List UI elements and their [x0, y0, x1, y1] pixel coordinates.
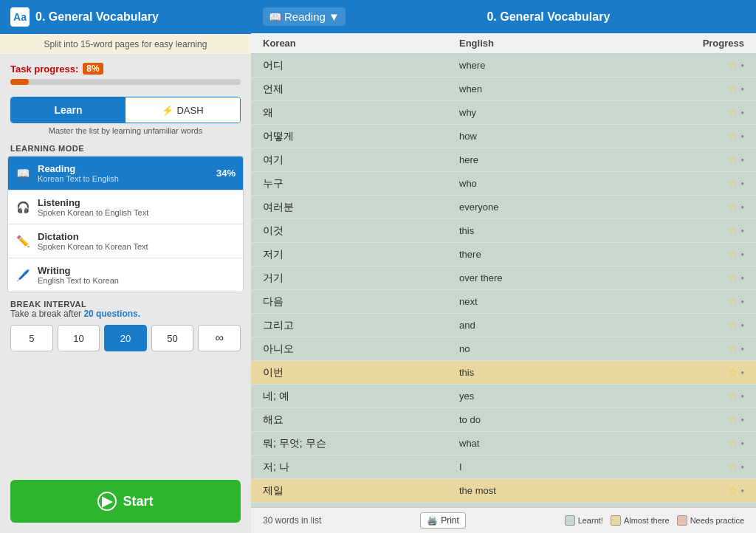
table-row[interactable]: 여기here☆●	[251, 148, 756, 172]
mode-item-dictation[interactable]: ✏️ Dictation Spoken Korean to Korean Tex…	[8, 224, 243, 258]
vocab-english: who	[459, 178, 656, 189]
print-icon: 🖨️	[427, 515, 438, 526]
table-row[interactable]: 저; 나I☆●	[251, 455, 756, 479]
vocab-progress: ☆●	[656, 484, 744, 498]
start-button[interactable]: ▶ Start	[10, 480, 241, 523]
vocab-english: here	[459, 154, 656, 165]
star-icon: ☆	[728, 59, 738, 72]
vocab-english: this	[459, 225, 656, 236]
vocab-progress: ☆●	[656, 413, 744, 427]
break-btn-infinity[interactable]: ∞	[198, 325, 241, 351]
table-row[interactable]: 어디where☆●	[251, 54, 756, 78]
star-icon: ☆	[728, 295, 738, 309]
dot-icon: ●	[740, 416, 744, 423]
mode-listening-sub: Spoken Korean to English Text	[38, 208, 236, 217]
table-row[interactable]: 제일the most☆●	[251, 479, 756, 503]
legend-needs-box	[677, 515, 687, 526]
print-button[interactable]: 🖨️ Print	[420, 512, 466, 529]
vocab-english: how	[459, 131, 656, 142]
reading-icon: 📖	[16, 167, 30, 180]
mode-listening-name: Listening	[38, 197, 236, 208]
dot-icon: ●	[740, 62, 744, 69]
dot-icon: ●	[740, 109, 744, 116]
table-row[interactable]: 왜why☆●	[251, 101, 756, 125]
vocab-korean: 누구	[263, 177, 459, 190]
reading-label: Reading	[284, 10, 326, 23]
table-row[interactable]: 어떻게how☆●	[251, 125, 756, 148]
vocab-korean: 거기	[263, 272, 459, 285]
table-row[interactable]: 언제when☆●	[251, 78, 756, 101]
break-btn-10[interactable]: 10	[58, 325, 100, 351]
star-icon: ☆	[728, 177, 738, 190]
star-icon: ☆	[728, 413, 738, 427]
table-row[interactable]: 저기there☆●	[251, 243, 756, 266]
break-btn-20[interactable]: 20	[104, 325, 147, 351]
star-icon: ☆	[728, 390, 738, 403]
dot-icon: ●	[740, 440, 744, 447]
chevron-down-icon: ▼	[329, 10, 340, 23]
dot-icon: ●	[740, 322, 744, 329]
mode-reading-sub: Korean Text to English	[38, 174, 209, 183]
table-row[interactable]: 이것this☆●	[251, 219, 756, 243]
legend-almost: Almost there	[611, 515, 670, 526]
mode-item-listening[interactable]: 🎧 Listening Spoken Korean to English Tex…	[8, 190, 243, 224]
vocab-korean: 그리고	[263, 319, 459, 332]
right-header-title: 0. General Vocabulary	[353, 10, 744, 24]
task-progress-badge: 8%	[83, 63, 103, 75]
dot-icon: ●	[740, 251, 744, 258]
table-header: Korean English Progress	[251, 33, 756, 54]
vocab-progress: ☆●	[656, 83, 744, 96]
dash-button[interactable]: ⚡ DASH	[126, 97, 240, 123]
table-row[interactable]: 다음next☆●	[251, 290, 756, 314]
dot-icon: ●	[740, 393, 744, 399]
vocab-korean: 다음	[263, 295, 459, 309]
table-row[interactable]: 거기over there☆●	[251, 266, 756, 290]
mode-reading-name: Reading	[38, 163, 209, 174]
mode-buttons: Learn ⚡ DASH	[10, 97, 241, 123]
legend: Learnt! Almost there Needs practice	[565, 515, 744, 526]
dot-icon: ●	[740, 86, 744, 92]
mode-item-reading[interactable]: 📖 Reading Korean Text to English 34%	[8, 157, 243, 190]
vocab-english: what	[459, 438, 656, 449]
vocab-korean: 아니오	[263, 343, 459, 356]
vocab-english: this	[459, 367, 656, 378]
vocab-icon: Aa	[10, 7, 30, 27]
star-icon: ☆	[728, 201, 738, 214]
vocab-progress: ☆●	[656, 366, 744, 379]
table-row[interactable]: 아니오no☆●	[251, 337, 756, 361]
table-row[interactable]: 뭐; 무엇; 무슨what☆●	[251, 432, 756, 455]
legend-almost-box	[611, 515, 621, 526]
mode-dictation-sub: Spoken Korean to Korean Text	[38, 242, 236, 251]
vocab-progress: ☆●	[656, 106, 744, 120]
break-btn-5[interactable]: 5	[10, 325, 53, 351]
star-icon: ☆	[728, 83, 738, 96]
vocab-progress: ☆●	[656, 177, 744, 190]
star-icon: ☆	[728, 461, 738, 474]
learn-button[interactable]: Learn	[11, 97, 126, 123]
vocab-english: I	[459, 461, 656, 472]
vocab-english: everyone	[459, 202, 656, 213]
legend-learnt: Learnt!	[565, 515, 603, 526]
vocab-progress: ☆●	[656, 319, 744, 332]
table-row[interactable]: 누구who☆●	[251, 172, 756, 196]
break-btn-50[interactable]: 50	[151, 325, 194, 351]
table-row[interactable]: 네; 예yes☆●	[251, 385, 756, 408]
dot-icon: ●	[740, 204, 744, 210]
left-panel: Aa 0. General Vocabulary Split into 15-w…	[0, 0, 251, 533]
mode-item-writing[interactable]: 🖊️ Writing English Text to Korean	[8, 258, 243, 292]
break-subtitle: Take a break after 20 questions.	[10, 309, 241, 319]
table-row[interactable]: 해요to do☆●	[251, 408, 756, 432]
col-progress: Progress	[656, 38, 744, 49]
table-row[interactable]: 그리고and☆●	[251, 314, 756, 337]
book-icon: 📖	[269, 11, 281, 23]
dot-icon: ●	[740, 298, 744, 305]
reading-dropdown[interactable]: 📖 Reading ▼	[263, 7, 346, 26]
star-icon: ☆	[728, 343, 738, 356]
table-row[interactable]: 여러분everyone☆●	[251, 196, 756, 219]
mode-writing-sub: English Text to Korean	[38, 276, 236, 285]
task-progress-area: Task progress: 8%	[0, 55, 251, 89]
vocab-english: why	[459, 107, 656, 118]
vocab-english: over there	[459, 272, 656, 283]
table-row[interactable]: 이번this☆●	[251, 361, 756, 385]
break-interval-title: BREAK INTERVAL	[10, 300, 241, 309]
